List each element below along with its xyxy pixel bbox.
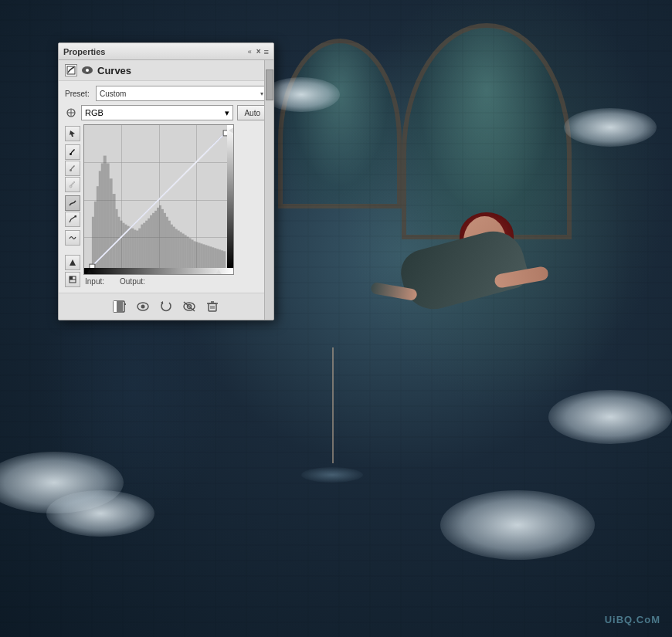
preset-chevron-icon: ▾: [260, 90, 263, 97]
channel-chevron-icon: ▾: [225, 108, 229, 118]
visibility-icon[interactable]: [82, 66, 93, 74]
white-point-eyedropper[interactable]: [65, 177, 80, 192]
curves-adjustment-icon: [65, 64, 77, 76]
curves-svg: [84, 125, 233, 274]
cloud-top-right: [564, 108, 657, 147]
properties-panel: Properties « × ≡ Curves Preset: Custom ▾: [58, 42, 274, 320]
string: [332, 347, 334, 463]
toggle-visibility-icon[interactable]: [136, 300, 150, 313]
panel-close-button[interactable]: ×: [256, 47, 261, 56]
preset-select[interactable]: Custom ▾: [96, 86, 267, 101]
output-gradient-bar: [227, 125, 233, 268]
black-point-slider[interactable]: [86, 269, 93, 275]
curves-content: Preset: Custom ▾ RGB ▾ Auto: [59, 81, 273, 293]
gray-point-eyedropper[interactable]: [65, 161, 80, 176]
svg-point-5: [70, 169, 72, 171]
panel-titlebar: Properties « × ≡: [59, 43, 273, 60]
cloud-bottom-right: [440, 490, 595, 560]
black-point-eyedropper[interactable]: [65, 144, 80, 160]
tool-group-eyedroppers: [65, 144, 80, 192]
rgb-curve: [92, 133, 226, 266]
svg-rect-69: [117, 301, 123, 312]
svg-marker-8: [70, 259, 76, 266]
panel-collapse-button[interactable]: «: [246, 48, 253, 56]
histogram-view-icon[interactable]: [65, 255, 80, 270]
svg-rect-10: [70, 276, 73, 280]
auto-button[interactable]: Auto: [237, 105, 267, 120]
svg-point-6: [70, 185, 72, 188]
svg-point-4: [70, 153, 72, 155]
bottom-tool-icons: [65, 255, 80, 287]
curves-header: Curves: [59, 60, 273, 81]
channel-value: RGB: [85, 108, 104, 117]
panel-footer: [59, 293, 273, 320]
curves-graph[interactable]: [83, 124, 234, 275]
select-point-tool[interactable]: [65, 126, 80, 141]
input-gradient-bar: [84, 268, 233, 274]
channel-row: RGB ▾ Auto: [65, 105, 267, 120]
preset-label: Preset:: [65, 90, 92, 98]
smooth-curve-tool[interactable]: [65, 230, 80, 246]
panel-title-controls: « × ≡: [246, 47, 269, 56]
input-label: Input:: [85, 277, 104, 286]
floating-figure: [340, 208, 556, 363]
clipping-view-icon[interactable]: [65, 272, 80, 287]
output-label: Output:: [120, 277, 145, 286]
figure-body: [395, 225, 531, 317]
draw-curve-tool[interactable]: [65, 212, 80, 227]
tool-group-curve-tools: [65, 195, 80, 227]
channel-select[interactable]: RGB ▾: [81, 105, 233, 120]
curves-title: Curves: [97, 65, 131, 76]
preset-value: Custom: [100, 90, 126, 98]
footer-icons-row: [65, 297, 267, 316]
hide-adjustment-icon[interactable]: [182, 300, 196, 313]
svg-point-74: [141, 305, 145, 309]
curves-graph-wrapper: Input: Output:: [83, 124, 267, 288]
panel-menu-button[interactable]: ≡: [264, 47, 269, 56]
cloud-top-mid: [263, 77, 340, 112]
curves-toolbar: [65, 124, 80, 288]
cloud-mid-right: [548, 390, 672, 444]
scrollbar-thumb[interactable]: [266, 69, 273, 100]
puddle: [301, 467, 363, 483]
reset-adjustments-icon[interactable]: [159, 300, 173, 313]
input-output-row: Input: Output:: [83, 275, 267, 288]
panel-scrollbar[interactable]: [264, 60, 273, 320]
channel-settings-icon: [65, 107, 77, 119]
white-point-slider[interactable]: [215, 269, 222, 275]
panel-title: Properties: [63, 47, 105, 56]
output-white-slider[interactable]: [229, 127, 234, 134]
add-layer-mask-icon[interactable]: [113, 300, 127, 313]
curves-area: Input: Output:: [65, 124, 267, 288]
curve-adjustment-tool[interactable]: [65, 195, 80, 211]
tool-group-smooth: [65, 230, 80, 246]
svg-rect-70: [114, 301, 117, 312]
tool-group-1: [65, 126, 80, 141]
preset-row: Preset: Custom ▾: [65, 86, 267, 101]
watermark: UiBQ.CoM: [605, 614, 660, 625]
delete-adjustment-icon[interactable]: [205, 300, 219, 313]
cloud-bottom-left-2: [46, 490, 154, 537]
